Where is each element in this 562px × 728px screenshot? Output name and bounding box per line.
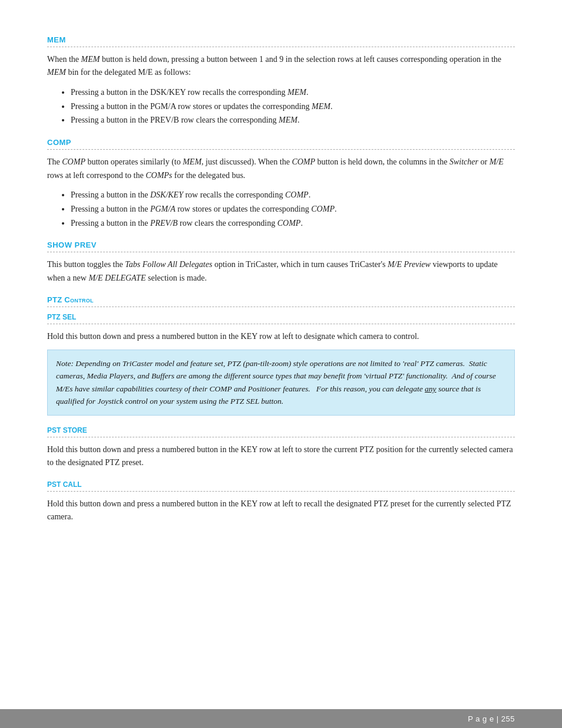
comp-body: The COMP button operates similarly (to M… [47, 156, 515, 182]
comp-heading: COMP [47, 138, 515, 147]
comp-section: COMP The COMP button operates similarly … [47, 138, 515, 230]
page-number: P a g e | 255 [468, 714, 515, 723]
mem-body: When the MEM button is held down, pressi… [47, 53, 515, 80]
mem-section: MEM When the MEM button is held down, pr… [47, 35, 515, 127]
pst-call-heading: PST CALL [47, 480, 515, 489]
pst-call-divider [47, 491, 515, 492]
ptz-control-section: PTZ Control PTZ SEL Hold this button dow… [47, 295, 515, 523]
show-prev-heading: SHOW PREV [47, 241, 515, 249]
comp-bullet-list: Pressing a button in the DSK/KEY row rec… [71, 188, 515, 230]
comp-bullet-3: Pressing a button in the PREV/B row clea… [71, 216, 515, 230]
mem-divider [47, 47, 515, 47]
ptz-control-divider [47, 307, 515, 307]
show-prev-divider [47, 252, 515, 252]
footer-bar: P a g e | 255 [0, 709, 562, 728]
mem-heading: MEM [47, 35, 515, 44]
ptz-sel-body: Hold this button down and press a number… [47, 330, 515, 343]
ptz-sel-divider [47, 324, 515, 324]
pst-call-body: Hold this button down and press a number… [47, 498, 515, 524]
comp-bullet-2: Pressing a button in the PGM/A row store… [71, 202, 515, 216]
mem-bullet-2: Pressing a button in the PGM/A row store… [71, 100, 515, 114]
mem-bullet-list: Pressing a button in the DSK/KEY row rec… [71, 85, 515, 127]
comp-bullet-1: Pressing a button in the DSK/KEY row rec… [71, 188, 515, 202]
pst-store-body: Hold this button down and press a number… [47, 443, 515, 470]
pst-store-divider [47, 437, 515, 437]
pst-store-heading: PST STORE [47, 426, 515, 434]
show-prev-section: SHOW PREV This button toggles the Tabs F… [47, 241, 515, 285]
show-prev-body: This button toggles the Tabs Follow All … [47, 258, 515, 285]
pst-call-section: PST CALL Hold this button down and press… [47, 480, 515, 524]
mem-bullet-1: Pressing a button in the DSK/KEY row rec… [71, 85, 515, 100]
ptz-sel-section: PTZ SEL Hold this button down and press … [47, 313, 515, 416]
ptz-sel-note: Note: Depending on TriCaster model and f… [47, 350, 515, 416]
comp-divider [47, 149, 515, 150]
ptz-control-heading: PTZ Control [47, 295, 515, 304]
ptz-sel-heading: PTZ SEL [47, 313, 515, 321]
pst-store-section: PST STORE Hold this button down and pres… [47, 426, 515, 470]
page-container: MEM When the MEM button is held down, pr… [0, 0, 562, 728]
mem-bullet-3: Pressing a button in the PREV/B row clea… [71, 113, 515, 127]
